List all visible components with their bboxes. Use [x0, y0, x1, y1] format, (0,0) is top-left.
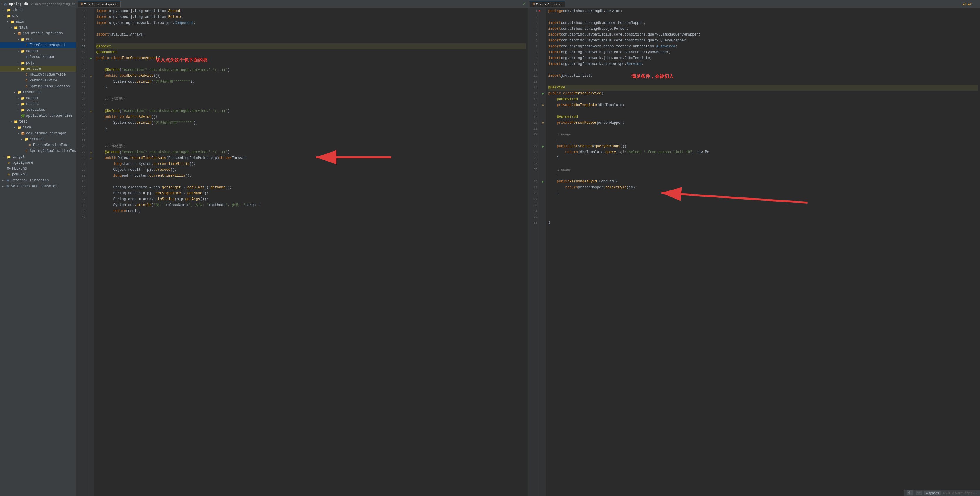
sidebar-item-resources[interactable]: 📁 resources: [0, 89, 76, 95]
left-editor-body[interactable]: 5 6 7 8 9 10 11 12 13 14 15 16 17 18 19 …: [76, 8, 528, 496]
code-line: public class TimeConsumeAspect {: [96, 55, 526, 61]
sidebar-item-target[interactable]: 📁 target: [0, 154, 76, 160]
sidebar-item-static[interactable]: 📁 static: [0, 101, 76, 107]
el-icon: ⊞: [5, 178, 10, 183]
code-line: [96, 214, 526, 220]
code-line: import com.baomidou.mybatisplus.core.con…: [549, 32, 978, 38]
left-code-area[interactable]: import org.aspectj.lang.annotation.Aspec…: [94, 8, 528, 496]
code-line: private PersonMapper personMapper;: [549, 120, 978, 126]
el-arrow: [1, 179, 5, 182]
status-encoding[interactable]: 中: [907, 490, 913, 495]
sidebar-item-ext-libs[interactable]: ⊞ External Libraries: [0, 177, 76, 183]
sidebar: 🗂 spring-db ~/IdeaProjects/spring-db 📁 .…: [0, 0, 76, 496]
sidebar-item-timeconsumeaspect[interactable]: C TimeConsumeAspect: [0, 42, 76, 48]
templates-arrow: [16, 108, 20, 112]
sc-label: Scratches and Consoles: [11, 184, 57, 188]
ps-icon: C: [24, 78, 29, 83]
right-editor-body[interactable]: 1 2 3 4 5 6 7 8 9 10 11 12 13 14 15 16 1…: [528, 8, 980, 496]
sdat-label: SpringDbApplicationTests: [30, 149, 76, 153]
code-line: }: [96, 85, 526, 91]
code-line: public List<Person> queryPersons(){: [549, 144, 978, 149]
sidebar-item-helloworldservice[interactable]: C HelloWorldService: [0, 72, 76, 78]
tpkg-arrow: [16, 132, 20, 135]
code-line: return jdbcTemplate.query( sql: "select …: [549, 149, 978, 155]
status-spaces[interactable]: 4 spaces: [924, 491, 941, 495]
status-lf[interactable]: ↵: [916, 491, 922, 495]
sidebar-item-res-mapper[interactable]: 📁 mapper: [0, 95, 76, 101]
code-line: import java.util.Arrays;: [96, 32, 526, 38]
sidebar-item-src[interactable]: 📁 src: [0, 13, 76, 19]
help-label: HELP.md: [12, 167, 27, 171]
sidebar-item-main[interactable]: 📁 main: [0, 19, 76, 25]
sidebar-item-personmapper[interactable]: I PersonMapper: [0, 54, 76, 60]
sidebar-item-pojo[interactable]: 📁 pojo: [0, 60, 76, 66]
ap-label: application.properties: [26, 114, 73, 118]
left-tab-icon: C: [81, 3, 83, 6]
sidebar-item-mapper[interactable]: 📁 mapper: [0, 48, 76, 54]
code-line: System.out.println("类: "+className+", 方法…: [96, 202, 526, 208]
code-line: // 环绕通知: [96, 144, 526, 149]
sidebar-item-help[interactable]: M+ HELP.md: [0, 166, 76, 172]
idea-label: .idea: [12, 8, 22, 12]
code-line: import org.springframework.stereotype.Co…: [96, 20, 526, 26]
left-line-numbers: 5 6 7 8 9 10 11 12 13 14 15 16 17 18 19 …: [76, 8, 88, 496]
warning-count: ▲3: [963, 2, 967, 6]
tpkg-label: com.atshuo.springdb: [26, 131, 67, 136]
usage-indicator-2: 1 usage: [549, 167, 978, 173]
el-label: External Libraries: [11, 179, 49, 182]
sidebar-item-springdbapptests[interactable]: C SpringDbApplicationTests: [0, 148, 76, 154]
status-watermark: CSDN 该作者不清楚情...: [943, 491, 978, 495]
code-line: [549, 67, 978, 73]
gi-label: .gitignore: [12, 161, 33, 165]
project-title[interactable]: 🗂 spring-db ~/IdeaProjects/spring-db: [0, 1, 76, 7]
hws-label: HelloWorldService: [30, 73, 65, 77]
hws-icon: C: [24, 72, 29, 77]
sidebar-item-scratches[interactable]: ⊡ Scratches and Consoles: [0, 183, 76, 189]
pkg-label: com.atshuo.springdb: [22, 32, 63, 35]
sidebar-item-templates[interactable]: 📁 templates: [0, 107, 76, 113]
pkg-arrow: [13, 32, 16, 35]
sidebar-item-personservicetest[interactable]: C PersonServiceTest: [0, 142, 76, 148]
code-line: @Component: [96, 49, 526, 55]
pom-label: pom.xml: [12, 172, 27, 177]
sidebar-item-package[interactable]: 📦 com.atshuo.springdb: [0, 30, 76, 37]
sidebar-item-test[interactable]: 📁 test: [0, 119, 76, 124]
code-line: import com.atshuo.springdb.pojo.Person;: [549, 26, 978, 32]
sidebar-item-pom[interactable]: m pom.xml: [0, 172, 76, 177]
main-icon: 📁: [10, 19, 15, 24]
sidebar-item-springdbapp[interactable]: C SpringDbApplication: [0, 83, 76, 89]
sidebar-item-appprops[interactable]: 🌿 application.properties: [0, 113, 76, 119]
left-tab-bar: C TimeConsumeAspect ✓: [76, 0, 528, 8]
sidebar-item-idea[interactable]: 📁 .idea: [0, 7, 76, 13]
code-line: return result;: [96, 208, 526, 214]
project-name: spring-db: [9, 2, 28, 6]
src-arrow: [2, 14, 6, 18]
code-line: ↑↑: [549, 173, 978, 179]
code-line: [549, 208, 978, 214]
code-line: }: [549, 190, 978, 196]
res-label: resources: [22, 90, 42, 94]
code-line: import com.baomidou.mybatisplus.core.con…: [549, 38, 978, 43]
java-label: java: [19, 26, 28, 30]
right-code-area[interactable]: package com.atshuo.springdb.service; imp…: [546, 8, 980, 496]
sidebar-item-service[interactable]: 📁 service: [0, 66, 76, 72]
code-line: public Person getById(Long id){: [549, 179, 978, 185]
code-line: [96, 137, 526, 144]
res-mapper-icon: 📁: [21, 96, 25, 100]
sidebar-item-gitignore[interactable]: ⊙ .gitignore: [0, 160, 76, 166]
sidebar-item-personservice[interactable]: C PersonService: [0, 78, 76, 83]
sidebar-item-test-pkg[interactable]: 📦 com.atshuo.springdb: [0, 131, 76, 136]
sidebar-item-test-java[interactable]: 📁 java: [0, 124, 76, 131]
left-tab-timeconsumeaspect[interactable]: C TimeConsumeAspect: [78, 1, 121, 7]
sidebar-item-test-service[interactable]: 📁 service: [0, 136, 76, 142]
code-line: import org.aspectj.lang.annotation.Befor…: [96, 14, 526, 20]
right-tab-personservice[interactable]: C PersonService: [530, 1, 565, 7]
sda-label: SpringDbApplication: [30, 85, 70, 88]
sidebar-item-aop[interactable]: 📁 aop: [0, 37, 76, 42]
code-line: public void beforeAdvice(){: [96, 73, 526, 79]
code-line: public class PersonService {: [549, 91, 978, 96]
gi-icon: ⊙: [6, 160, 11, 165]
sidebar-item-java[interactable]: 📁 java: [0, 25, 76, 30]
code-line: long end = System.currentTimeMillis();: [96, 173, 526, 179]
code-line: import org.springframework.jdbc.core.Bea…: [549, 49, 978, 55]
